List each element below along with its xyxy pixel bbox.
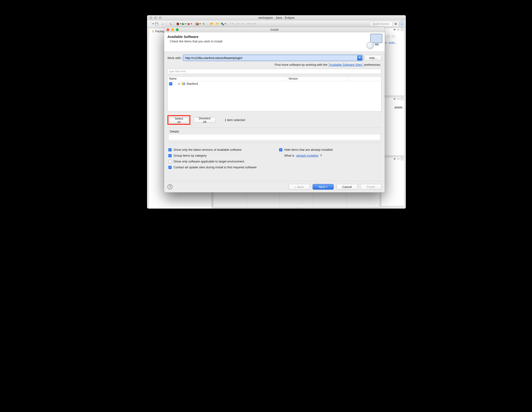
details-section: Details bbox=[167, 128, 381, 143]
install-dialog-title: Install bbox=[164, 28, 385, 31]
opt-hide[interactable]: Hide items that are already installed bbox=[279, 148, 380, 151]
install-options: Show only the latest versions of availab… bbox=[167, 145, 381, 170]
opt-latest-checkbox[interactable] bbox=[168, 148, 172, 151]
next-button[interactable]: Next > bbox=[313, 184, 334, 190]
focus-icon[interactable] bbox=[391, 35, 395, 38]
open-task-button[interactable]: 📁 bbox=[215, 21, 220, 27]
install-dialog-header: Available Software Check the items that … bbox=[164, 32, 385, 52]
view-menu-icon[interactable] bbox=[393, 28, 396, 32]
deselect-all-button[interactable]: Deselect All bbox=[194, 117, 216, 123]
maximize-view-icon[interactable] bbox=[401, 98, 403, 100]
opt-env[interactable]: Show only software applicable to target … bbox=[168, 160, 270, 163]
disclosure-triangle-icon[interactable]: ▶ bbox=[178, 82, 180, 85]
chevron-right-icon bbox=[386, 41, 388, 45]
help-button[interactable]: ? bbox=[167, 184, 172, 189]
sash-handle-icon[interactable]: ⋮ bbox=[295, 206, 298, 209]
eclipse-toolbar: 📄 💾 🗂 ↘︎ 🐞 ▶ ▶ 📦 ↻ 📂 📁 🔦 ⇡ ⇣ ↩ ⇦ ⇨ Quick… bbox=[147, 20, 406, 27]
software-tree-header: Name Version bbox=[168, 76, 381, 81]
highlight-annotation: Select All bbox=[167, 115, 190, 125]
work-with-label: Work with: bbox=[167, 56, 181, 60]
category-icon bbox=[182, 82, 185, 85]
filter-placeholder: type filter text bbox=[169, 70, 186, 73]
selection-buttons-row: Select All Deselect All 1 item selected bbox=[167, 114, 381, 125]
available-software-subheading: Check the items that you wish to install… bbox=[170, 39, 223, 43]
prev-annotation-button[interactable]: ⇡ bbox=[229, 21, 234, 27]
available-sites-link[interactable]: "Available Software Sites" bbox=[328, 63, 363, 66]
package-explorer-label: Packag bbox=[155, 30, 165, 33]
opt-whatis: What is already installed? bbox=[279, 154, 380, 157]
debug-button[interactable]: 🐞 bbox=[176, 21, 181, 27]
already-installed-link[interactable]: already installed bbox=[296, 154, 318, 157]
refresh-button[interactable]: ↻ bbox=[201, 21, 206, 27]
available-software-heading: Available Software bbox=[167, 35, 223, 39]
column-name[interactable]: Name bbox=[168, 76, 287, 81]
package-icon: ⊟ bbox=[152, 30, 154, 33]
sites-hint: Find more software by working with the "… bbox=[167, 63, 381, 66]
java-perspective-button[interactable]: ♨ bbox=[399, 21, 404, 27]
next-annotation-button[interactable]: ⇣ bbox=[234, 21, 239, 27]
stanford-label: Stanford bbox=[186, 82, 198, 85]
view-menu-icon[interactable] bbox=[393, 98, 396, 101]
outline-empty-text: ailable. bbox=[394, 106, 403, 109]
last-edit-button[interactable]: ↩ bbox=[240, 21, 245, 27]
add-site-button[interactable]: Add... bbox=[365, 55, 381, 61]
minimize-view-icon[interactable] bbox=[397, 29, 399, 30]
opt-contact-checkbox[interactable] bbox=[168, 166, 172, 169]
skip-breakpoints-button[interactable]: ↘︎ bbox=[168, 21, 173, 27]
install-dialog-titlebar: Install bbox=[164, 27, 385, 32]
install-wizard-icon bbox=[368, 34, 382, 48]
maximize-view-icon[interactable] bbox=[401, 28, 403, 31]
maximize-view-icon[interactable] bbox=[401, 158, 403, 160]
filter-input[interactable]: type filter text bbox=[167, 69, 381, 74]
selection-status: 1 item selected bbox=[225, 118, 245, 122]
open-perspective-button[interactable]: ⊞ bbox=[393, 21, 398, 27]
work-with-combo[interactable] bbox=[183, 55, 363, 61]
cancel-button[interactable]: Cancel bbox=[336, 184, 358, 190]
run-button[interactable]: ▶ bbox=[182, 21, 187, 27]
minimize-view-icon[interactable] bbox=[397, 159, 399, 159]
install-dialog: Install Available Software Check the ite… bbox=[164, 27, 385, 192]
back-history-button[interactable]: ⇦ bbox=[246, 21, 251, 27]
opt-latest[interactable]: Show only the latest versions of availab… bbox=[168, 148, 270, 151]
external-tools-button[interactable]: ▶ bbox=[187, 21, 192, 27]
chevron-down-icon[interactable] bbox=[357, 55, 362, 60]
save-all-button[interactable]: 🗂 bbox=[160, 21, 165, 27]
save-button[interactable]: 💾 bbox=[154, 21, 159, 27]
details-label: Details bbox=[167, 130, 381, 133]
new-wizard-button[interactable]: 📄 bbox=[148, 21, 154, 27]
new-java-package-button[interactable]: 📦 bbox=[196, 21, 201, 27]
back-button[interactable]: < Back bbox=[289, 184, 310, 190]
breadcrumb-activate[interactable]: Activ... bbox=[389, 41, 397, 45]
details-text bbox=[169, 135, 380, 140]
tree-row-stanford[interactable]: ▶ Stanford bbox=[168, 81, 381, 86]
opt-contact[interactable]: Contact all update sites during install … bbox=[168, 166, 380, 169]
install-dialog-footer: ? < Back Next > Cancel Finish bbox=[164, 181, 385, 192]
opt-group-checkbox[interactable] bbox=[168, 154, 172, 157]
stanford-checkbox[interactable] bbox=[169, 82, 172, 85]
quick-access-field[interactable]: Quick Access bbox=[370, 21, 392, 27]
software-tree[interactable]: Name Version ▶ Stanford bbox=[167, 76, 381, 112]
finish-button[interactable]: Finish bbox=[360, 184, 381, 190]
opt-group[interactable]: Group items by category bbox=[168, 154, 270, 157]
view-menu-icon[interactable] bbox=[393, 158, 396, 161]
categorize-icon[interactable] bbox=[387, 35, 390, 38]
select-all-button[interactable]: Select All bbox=[169, 118, 189, 123]
work-with-input[interactable] bbox=[184, 55, 357, 60]
eclipse-titlebar: workspace - Java - Eclipse bbox=[147, 15, 406, 20]
column-version[interactable]: Version bbox=[287, 76, 348, 81]
forward-history-button[interactable]: ⇨ bbox=[251, 21, 256, 27]
opt-hide-checkbox[interactable] bbox=[279, 148, 282, 151]
search-button[interactable]: 🔦 bbox=[221, 21, 226, 27]
opt-env-checkbox[interactable] bbox=[168, 160, 172, 163]
open-type-button[interactable]: 📂 bbox=[209, 21, 215, 27]
eclipse-window-title: workspace - Java - Eclipse bbox=[147, 16, 406, 19]
minimize-view-icon[interactable] bbox=[397, 99, 399, 99]
